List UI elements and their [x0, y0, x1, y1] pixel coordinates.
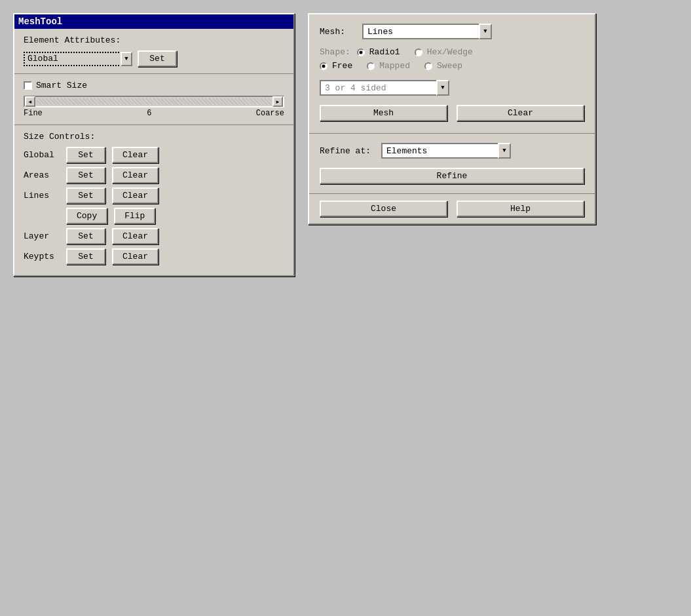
global-set-btn[interactable]: Set — [66, 147, 105, 163]
size-global-label: Global — [24, 150, 60, 160]
mesh-dropdown-arrow[interactable]: ▼ — [479, 24, 492, 39]
close-help-row: Close Help — [309, 193, 595, 223]
app-title: MeshTool — [18, 16, 62, 27]
global-dropdown-wrapper[interactable]: Global ▼ — [24, 52, 132, 66]
mapped-radio[interactable] — [367, 62, 375, 70]
smart-size-slider[interactable]: ◄ ► — [24, 96, 284, 107]
refine-dropdown-text[interactable]: Elements — [381, 143, 499, 159]
right-panel: Mesh: Lines ▼ Shape: Radio1 Hex/Wedge Fr… — [308, 13, 596, 225]
keypts-clear-btn[interactable]: Clear — [112, 248, 159, 265]
layer-clear-btn[interactable]: Clear — [112, 228, 159, 244]
areas-clear-btn[interactable]: Clear — [112, 167, 159, 183]
shape-label: Shape: — [320, 47, 350, 57]
element-attributes-section: Element Attributes: Global ▼ Set — [14, 29, 293, 74]
slider-labels: Fine 6 Coarse — [24, 109, 284, 118]
slider-min-label: Fine — [24, 109, 43, 118]
mapped-radio-label: Mapped — [379, 61, 410, 71]
sweep-radio-label: Sweep — [437, 61, 462, 71]
left-panel: MeshTool Element Attributes: Global ▼ Se… — [13, 13, 295, 277]
slider-track-inner — [37, 98, 271, 105]
mesh-dropdown-row: Mesh: Lines ▼ — [320, 24, 584, 39]
slider-right-arrow[interactable]: ► — [272, 96, 283, 107]
global-clear-btn[interactable]: Clear — [112, 147, 159, 163]
size-row-areas: Areas Set Clear — [24, 167, 284, 183]
layer-set-btn[interactable]: Set — [66, 228, 105, 244]
slider-max-label: Coarse — [256, 109, 284, 118]
global-dropdown-text[interactable]: Global — [24, 52, 122, 66]
refine-dropdown-wrapper[interactable]: Elements ▼ — [381, 143, 511, 159]
shape-radio2-label: Hex/Wedge — [427, 47, 473, 57]
size-layer-label: Layer — [24, 231, 60, 241]
element-attributes-label: Element Attributes: — [24, 35, 284, 45]
mesh-clear-button[interactable]: Clear — [457, 105, 584, 121]
refine-at-label: Refine at: — [320, 146, 371, 156]
mesh-dropdown-wrapper[interactable]: Lines ▼ — [362, 24, 492, 39]
size-row-global: Global Set Clear — [24, 147, 284, 163]
size-row-keypts: Keypts Set Clear — [24, 248, 284, 265]
mesh-label: Mesh: — [320, 27, 356, 37]
help-button[interactable]: Help — [457, 201, 584, 217]
areas-set-btn[interactable]: Set — [66, 167, 105, 183]
sided-dropdown-arrow[interactable]: ▼ — [436, 80, 449, 96]
free-radio-label: Free — [332, 61, 352, 71]
refine-at-row: Refine at: Elements ▼ — [320, 143, 584, 159]
sided-dropdown-text[interactable]: 3 or 4 sided — [320, 80, 438, 96]
slider-left-arrow[interactable]: ◄ — [25, 96, 35, 107]
refine-button[interactable]: Refine — [320, 168, 584, 184]
size-row-copy-flip: Copy Flip — [24, 208, 284, 224]
shape-radio1[interactable] — [357, 48, 365, 56]
size-controls-label: Size Controls: — [24, 132, 284, 142]
close-button[interactable]: Close — [320, 201, 447, 217]
lines-set-btn[interactable]: Set — [66, 187, 105, 204]
sided-dropdown-wrapper[interactable]: 3 or 4 sided ▼ — [320, 80, 449, 96]
shape-row: Shape: Radio1 Hex/Wedge — [320, 47, 584, 57]
mesh-dropdown-text[interactable]: Lines — [362, 24, 480, 39]
size-lines-label: Lines — [24, 191, 60, 201]
mesh-button[interactable]: Mesh — [320, 105, 447, 121]
size-row-layer: Layer Set Clear — [24, 228, 284, 244]
mesh-section: Mesh: Lines ▼ Shape: Radio1 Hex/Wedge Fr… — [309, 14, 595, 133]
slider-value-label: 6 — [147, 109, 151, 118]
refine-section: Refine at: Elements ▼ Refine — [309, 133, 595, 193]
size-controls-section: Size Controls: Global Set Clear Areas Se… — [14, 125, 293, 275]
mesh-clear-row: Mesh Clear — [320, 105, 584, 121]
smart-size-label: Smart Size — [36, 81, 87, 90]
size-keypts-label: Keypts — [24, 252, 60, 261]
shape-radio1-label: Radio1 — [369, 47, 400, 57]
smart-size-checkbox[interactable] — [24, 81, 32, 90]
keypts-set-btn[interactable]: Set — [66, 248, 105, 265]
refine-dropdown-arrow[interactable]: ▼ — [498, 143, 511, 159]
free-radio[interactable] — [320, 62, 327, 70]
copy-btn[interactable]: Copy — [66, 208, 107, 224]
sweep-radio[interactable] — [424, 62, 432, 70]
sided-dropdown-row: 3 or 4 sided ▼ — [320, 80, 584, 96]
size-row-lines: Lines Set Clear — [24, 187, 284, 204]
mesh-type-row: Free Mapped Sweep — [320, 61, 584, 71]
size-areas-label: Areas — [24, 170, 60, 180]
element-set-button[interactable]: Set — [138, 50, 177, 67]
flip-btn[interactable]: Flip — [114, 208, 155, 224]
shape-radio2[interactable] — [415, 48, 422, 56]
global-dropdown-arrow[interactable]: ▼ — [121, 52, 132, 66]
title-bar: MeshTool — [14, 14, 293, 29]
smart-size-section: Smart Size ◄ ► Fine 6 Coarse — [14, 74, 293, 125]
lines-clear-btn[interactable]: Clear — [112, 187, 159, 204]
